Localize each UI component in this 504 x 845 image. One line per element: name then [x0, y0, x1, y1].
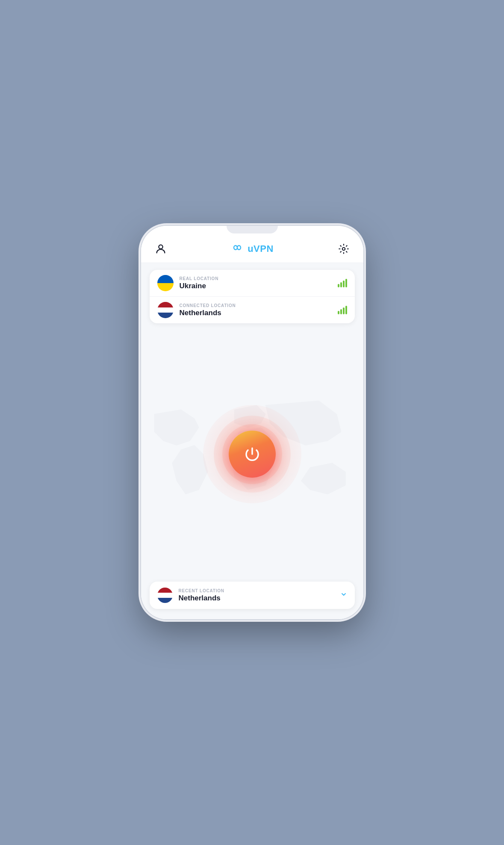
svg-point-0 [159, 245, 162, 249]
recent-location-name: Netherlands [179, 594, 334, 603]
location-card: REAL LOCATION Ukraine [150, 270, 355, 323]
chevron-down-icon [340, 591, 347, 600]
connected-location-info: CONNECTED LOCATION Netherlands [180, 303, 332, 317]
app-name: uVPN [248, 243, 274, 254]
connected-location-signal [338, 306, 347, 314]
recent-location-row[interactable]: RECENT LOCATION Netherlands [150, 582, 355, 609]
phone-screen: uVPN REAL LOC [141, 226, 363, 619]
phone-device: uVPN REAL LOC [141, 226, 363, 619]
settings-button[interactable] [336, 241, 351, 257]
phone-notch [227, 226, 278, 233]
real-location-label: REAL LOCATION [180, 276, 332, 281]
real-location-row[interactable]: REAL LOCATION Ukraine [150, 270, 355, 296]
real-location-name: Ukraine [180, 282, 332, 290]
recent-location-info: RECENT LOCATION Netherlands [179, 588, 334, 603]
profile-button[interactable] [153, 241, 168, 257]
map-area [141, 327, 363, 582]
infinity-icon [230, 243, 244, 254]
recent-netherlands-flag [157, 588, 173, 603]
real-location-info: REAL LOCATION Ukraine [180, 276, 332, 290]
recent-location-card[interactable]: RECENT LOCATION Netherlands [150, 582, 355, 609]
app-content: uVPN REAL LOC [141, 233, 363, 619]
power-button-area [229, 431, 276, 478]
bottom-section: RECENT LOCATION Netherlands [141, 582, 363, 619]
connected-location-row[interactable]: CONNECTED LOCATION Netherlands [150, 296, 355, 323]
app-logo: uVPN [230, 243, 274, 254]
gear-icon [338, 243, 349, 254]
real-location-signal [338, 279, 347, 287]
recent-location-label: RECENT LOCATION [179, 588, 334, 593]
app-header: uVPN [141, 233, 363, 263]
netherlands-flag [157, 302, 174, 318]
power-icon [242, 444, 262, 464]
connected-location-label: CONNECTED LOCATION [180, 303, 332, 308]
power-button[interactable] [229, 431, 276, 478]
connected-location-name: Netherlands [180, 309, 332, 317]
ukraine-flag [157, 275, 174, 291]
person-icon [155, 243, 167, 255]
svg-point-1 [342, 248, 345, 251]
